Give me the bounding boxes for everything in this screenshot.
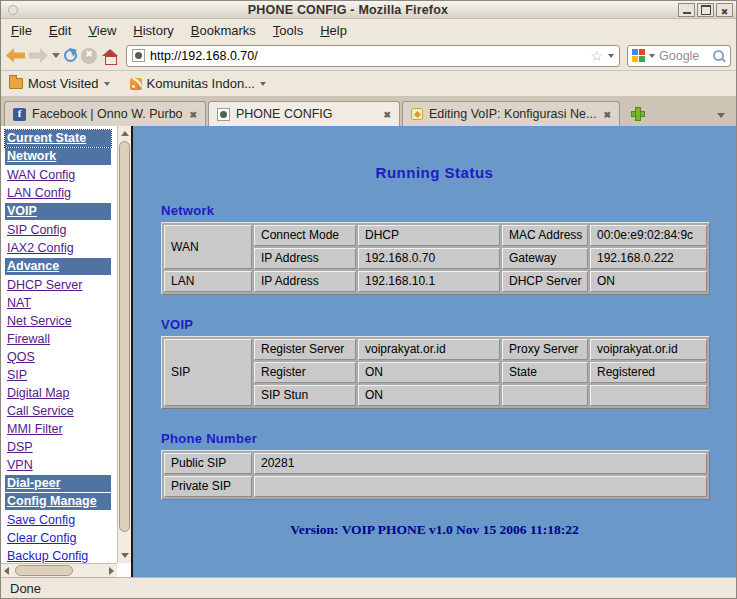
close-tab-icon[interactable] xyxy=(383,107,391,121)
menu-help[interactable]: Help xyxy=(320,23,347,38)
table-cell: SIP xyxy=(164,339,252,406)
bookmark-most-visited[interactable]: Most Visited xyxy=(9,76,110,91)
page-area: Current StateNetworkWAN ConfigLAN Config… xyxy=(1,126,736,577)
title-bar[interactable]: PHONE CONFIG - Mozilla Firefox xyxy=(1,1,736,19)
phone-config-favicon xyxy=(217,108,230,121)
section-heading-voip: VOIP xyxy=(161,317,710,332)
history-dropdown-button[interactable] xyxy=(52,44,60,68)
sidebar-item-voip[interactable]: VOIP xyxy=(5,203,111,220)
forward-icon xyxy=(29,48,48,63)
close-button[interactable] xyxy=(716,3,733,17)
browser-window: PHONE CONFIG - Mozilla Firefox FileEditV… xyxy=(0,0,737,599)
stop-button[interactable] xyxy=(81,44,97,68)
sidebar-vertical-scrollbar[interactable] xyxy=(117,126,131,563)
table-cell: DHCP Server xyxy=(502,271,588,292)
url-bar[interactable]: http://192.168.0.70/ xyxy=(126,45,620,67)
list-all-tabs-icon[interactable] xyxy=(717,113,725,118)
tab-phone-config[interactable]: PHONE CONFIG xyxy=(208,101,400,126)
table-cell: State xyxy=(502,362,588,383)
sidebar-item-dsp[interactable]: DSP xyxy=(5,438,111,456)
table-cell xyxy=(254,476,707,497)
sidebar-item-current-state[interactable]: Current State xyxy=(5,130,111,147)
sidebar-item-mmi-filter[interactable]: MMI Filter xyxy=(5,420,111,438)
sidebar-item-iax2-config[interactable]: IAX2 Config xyxy=(5,239,111,257)
sidebar-item-clear-config[interactable]: Clear Config xyxy=(5,529,111,547)
scrollbar-thumb[interactable] xyxy=(119,141,130,532)
tab-label: Facebook | Onno W. Purbo xyxy=(32,107,183,121)
sidebar-item-wan-config[interactable]: WAN Config xyxy=(5,166,111,184)
page-title: Running Status xyxy=(133,164,736,181)
scroll-down-icon[interactable] xyxy=(121,553,129,558)
sidebar-item-dial-peer[interactable]: Dial-peer xyxy=(5,475,111,492)
table-cell: IP Address xyxy=(254,271,356,292)
menu-bookmarks[interactable]: Bookmarks xyxy=(191,23,256,38)
url-dropdown-icon[interactable] xyxy=(608,54,614,58)
table-cell: LAN xyxy=(164,271,252,292)
table-cell: ON xyxy=(358,362,500,383)
sidebar-item-save-config[interactable]: Save Config xyxy=(5,511,111,529)
sidebar-item-call-service[interactable]: Call Service xyxy=(5,402,111,420)
table-cell: Register Server xyxy=(254,339,356,360)
close-tab-icon[interactable] xyxy=(603,107,611,121)
search-engine-dropdown-icon[interactable] xyxy=(649,54,655,58)
minimize-button[interactable] xyxy=(678,3,695,17)
sidebar-item-dhcp-server[interactable]: DHCP Server xyxy=(5,276,111,294)
section-heading-phone-number: Phone Number xyxy=(161,431,710,446)
scroll-right-icon[interactable] xyxy=(109,567,114,575)
sidebar-item-lan-config[interactable]: LAN Config xyxy=(5,184,111,202)
table-cell: voiprakyat.or.id xyxy=(590,339,707,360)
scroll-up-icon[interactable] xyxy=(121,131,129,136)
home-button[interactable] xyxy=(101,44,119,68)
sidebar-item-qos[interactable]: QOS xyxy=(5,348,111,366)
sidebar-item-digital-map[interactable]: Digital Map xyxy=(5,384,111,402)
sidebar-item-advance[interactable]: Advance xyxy=(5,258,111,275)
sidebar-item-config-manage[interactable]: Config Manage xyxy=(5,493,111,510)
close-tab-icon[interactable] xyxy=(189,107,197,121)
menu-view[interactable]: View xyxy=(88,23,116,38)
sidebar-item-vpn[interactable]: VPN xyxy=(5,456,111,474)
section-heading-network: Network xyxy=(161,203,710,218)
sidebar-item-net-service[interactable]: Net Service xyxy=(5,312,111,330)
sidebar-horizontal-scrollbar[interactable] xyxy=(1,563,117,577)
network-table: WAN Connect Mode DHCP MAC Address 00:0e:… xyxy=(161,222,710,295)
voip-table: SIP Register Server voiprakyat.or.id Pro… xyxy=(161,336,710,409)
sidebar-item-network[interactable]: Network xyxy=(5,148,111,165)
scrollbar-thumb[interactable] xyxy=(15,565,73,576)
rss-icon xyxy=(130,78,142,90)
table-cell: ON xyxy=(358,385,500,406)
menu-file[interactable]: File xyxy=(11,23,32,38)
table-cell: 192.168.10.1 xyxy=(358,271,500,292)
sidebar-item-sip[interactable]: SIP xyxy=(5,366,111,384)
tab-facebook[interactable]: Facebook | Onno W. Purbo xyxy=(4,101,206,126)
new-tab-button[interactable] xyxy=(630,106,646,122)
folder-icon xyxy=(9,78,23,89)
sidebar-item-sip-config[interactable]: SIP Config xyxy=(5,221,111,239)
content-frame: Running Status Network WAN Connect Mode … xyxy=(133,126,736,577)
facebook-icon xyxy=(13,108,26,121)
window-title: PHONE CONFIG - Mozilla Firefox xyxy=(18,3,678,17)
scroll-left-icon[interactable] xyxy=(4,567,9,575)
home-icon xyxy=(101,48,119,64)
google-logo-icon[interactable] xyxy=(632,49,645,62)
url-input[interactable]: http://192.168.0.70/ xyxy=(150,49,585,63)
forward-button[interactable] xyxy=(29,44,48,68)
menu-history[interactable]: History xyxy=(133,23,173,38)
minimize-icon xyxy=(683,5,691,14)
menu-edit[interactable]: Edit xyxy=(49,23,71,38)
table-row: Private SIP xyxy=(164,476,707,497)
maximize-button[interactable] xyxy=(697,3,714,17)
nav-toolbar: http://192.168.0.70/ Google xyxy=(1,41,736,71)
back-button[interactable] xyxy=(6,44,25,68)
bookmark-star-icon[interactable] xyxy=(590,47,603,65)
tab-editing-voip[interactable]: Editing VoIP: Konfigurasi Ne... xyxy=(402,101,620,126)
chevron-down-icon xyxy=(104,82,110,86)
bookmark-komunitas[interactable]: Komunitas Indon... xyxy=(130,76,266,91)
search-box[interactable]: Google xyxy=(627,45,731,67)
search-input[interactable]: Google xyxy=(659,49,708,63)
sidebar-item-nat[interactable]: NAT xyxy=(5,294,111,312)
table-cell: 00:0e:e9:02:84:9c xyxy=(590,225,707,246)
menu-tools[interactable]: Tools xyxy=(273,23,303,38)
search-icon[interactable] xyxy=(712,49,726,63)
sidebar-item-firewall[interactable]: Firewall xyxy=(5,330,111,348)
reload-button[interactable] xyxy=(64,44,77,68)
